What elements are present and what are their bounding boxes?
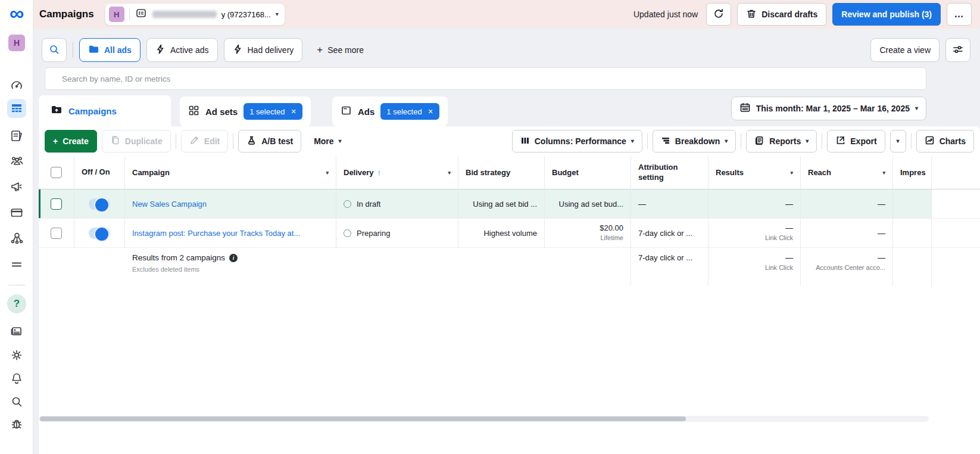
toolbar-divider [741, 133, 741, 149]
charts-button[interactable]: Charts [916, 130, 974, 153]
duplicate-button[interactable]: Duplicate [102, 130, 171, 153]
filter-search-button[interactable] [42, 38, 67, 62]
question-icon: ? [14, 298, 20, 310]
row-checkbox[interactable] [51, 228, 62, 239]
ads-manager-app: ∞ H ? [0, 0, 980, 454]
edit-button[interactable]: Edit [181, 130, 228, 153]
campaigns-table-card: + Create Duplicate Edit A/B test More ▾ [39, 126, 980, 454]
col-header-results[interactable]: Results▾ [709, 156, 801, 189]
filter-had-delivery[interactable]: Had delivery [224, 38, 303, 62]
filter-active-ads[interactable]: Active ads [146, 38, 218, 62]
ad-account-selector[interactable]: H y (97237168... ▾ [105, 3, 285, 26]
sidebar-item-all-tools[interactable] [7, 228, 26, 247]
date-range-picker[interactable]: This month: Mar 1, 2025 – Mar 16, 2025 ▾ [731, 97, 926, 120]
refresh-button[interactable] [706, 3, 731, 26]
col-header-budget[interactable]: Budget [545, 156, 631, 189]
sidebar-item-updates[interactable] [7, 322, 26, 341]
toolbar-divider [911, 133, 912, 149]
ad-sets-selected-badge[interactable]: 1 selected ✕ [244, 103, 302, 120]
reach-cell: — [801, 219, 893, 248]
delivery-status-text: Preparing [357, 229, 390, 238]
filter-active-ads-label: Active ads [170, 45, 209, 55]
close-icon[interactable]: ✕ [428, 108, 433, 116]
discard-drafts-label: Discard drafts [761, 10, 817, 19]
top-header-bar: Campaigns H y (97237168... ▾ Updated jus… [33, 0, 980, 29]
sidebar-item-audiences[interactable] [7, 151, 26, 170]
breakdown-button[interactable]: Breakdown ▾ [653, 130, 736, 153]
tab-ad-sets[interactable]: Ad sets 1 selected ✕ [180, 97, 311, 126]
select-all-checkbox[interactable] [51, 167, 62, 178]
col-header-attribution[interactable]: Attribution setting [631, 156, 709, 189]
header-more-button[interactable]: … [947, 3, 972, 26]
sort-caret-icon[interactable]: ▾ [882, 170, 885, 176]
sidebar-item-billing[interactable] [7, 203, 26, 222]
user-avatar[interactable]: H [8, 35, 25, 51]
create-a-view-button[interactable]: Create a view [870, 38, 940, 62]
row-filler [932, 189, 980, 219]
sidebar-item-more-lines[interactable] [7, 255, 26, 274]
ad-sets-selected-count: 1 selected [249, 107, 285, 116]
reports-button[interactable]: Reports ▾ [746, 130, 817, 153]
info-icon[interactable]: i [229, 254, 238, 262]
campaign-toggle-on[interactable] [89, 198, 110, 210]
col-header-campaign[interactable]: Campaign▾ [125, 156, 336, 189]
sort-caret-icon[interactable]: ▾ [448, 170, 451, 176]
create-button[interactable]: + Create [45, 130, 97, 153]
summary-reach-cell: —Accounts Center acco... [801, 248, 893, 286]
bid-strategy-cell: Highest volume [458, 219, 545, 248]
horizontal-scrollbar[interactable] [39, 416, 929, 422]
campaign-name-cell: Instagram post: Purchase your Tracks Tod… [125, 219, 336, 248]
reach-cell: — [801, 189, 893, 219]
meta-logo-glyph: ∞ [10, 3, 24, 23]
ads-selected-badge[interactable]: 1 selected ✕ [380, 103, 439, 120]
tab-ad-sets-label: Ad sets [205, 107, 238, 117]
lightning-icon [233, 44, 243, 56]
sidebar-item-search[interactable] [7, 392, 26, 411]
bid-strategy-cell: Using ad set bid ... [458, 189, 545, 219]
col-header-delivery[interactable]: Delivery↑▾ [336, 156, 458, 189]
tab-campaigns[interactable]: Campaigns [39, 95, 171, 126]
tab-ads[interactable]: Ads 1 selected ✕ [332, 97, 448, 126]
row-select-cell [39, 219, 74, 248]
col-header-bid-strategy[interactable]: Bid strategy [458, 156, 545, 189]
sort-caret-icon[interactable]: ▾ [790, 170, 793, 176]
sidebar-item-campaigns[interactable] [7, 99, 26, 118]
review-and-publish-button[interactable]: Review and publish (3) [832, 3, 941, 26]
campaign-toggle-on[interactable] [89, 228, 110, 239]
meta-logo-icon[interactable]: ∞ [5, 1, 29, 25]
close-icon[interactable]: ✕ [291, 108, 296, 116]
export-button[interactable]: Export [827, 130, 885, 153]
view-settings-button[interactable] [945, 38, 970, 62]
export-options-button[interactable]: ▾ [890, 130, 906, 153]
discard-drafts-button[interactable]: Discard drafts [737, 3, 826, 26]
sort-caret-icon[interactable]: ▾ [326, 170, 329, 176]
campaign-link[interactable]: New Sales Campaign [132, 200, 207, 209]
bug-icon [10, 417, 24, 431]
sidebar-item-help[interactable]: ? [7, 294, 26, 313]
refresh-icon [713, 8, 725, 21]
search-input[interactable] [45, 67, 926, 90]
export-icon [835, 135, 845, 147]
columns-button[interactable]: Columns: Performance ▾ [512, 130, 642, 153]
sidebar-item-settings[interactable] [7, 346, 26, 365]
filter-see-more[interactable]: + See more [308, 38, 372, 62]
sidebar-item-report-bug[interactable] [7, 415, 26, 434]
results-cell: — [709, 189, 801, 219]
trash-icon [746, 8, 757, 21]
scrollbar-thumb[interactable] [40, 416, 686, 421]
sidebar-item-pages[interactable] [7, 126, 26, 145]
sidebar-item-advertise[interactable] [7, 177, 26, 196]
summary-results-metric: Link Click [765, 263, 793, 272]
col-header-reach[interactable]: Reach▾ [801, 156, 893, 189]
filter-all-ads[interactable]: All ads [79, 38, 141, 62]
row-checkbox[interactable] [51, 198, 62, 210]
more-button[interactable]: More ▾ [306, 130, 349, 153]
ab-test-button[interactable]: A/B test [238, 130, 301, 153]
sidebar-item-notifications[interactable] [7, 369, 26, 388]
col-header-impressions[interactable]: Impres [893, 156, 932, 189]
campaign-name-cell: New Sales Campaign [125, 189, 336, 219]
level-tabs-row: Campaigns Ad sets 1 selected ✕ Ads 1 sel… [0, 95, 980, 126]
campaign-link[interactable]: Instagram post: Purchase your Tracks Tod… [132, 229, 300, 238]
chevron-down-icon: ▾ [915, 105, 918, 111]
sidebar-item-account-overview[interactable] [7, 75, 26, 94]
